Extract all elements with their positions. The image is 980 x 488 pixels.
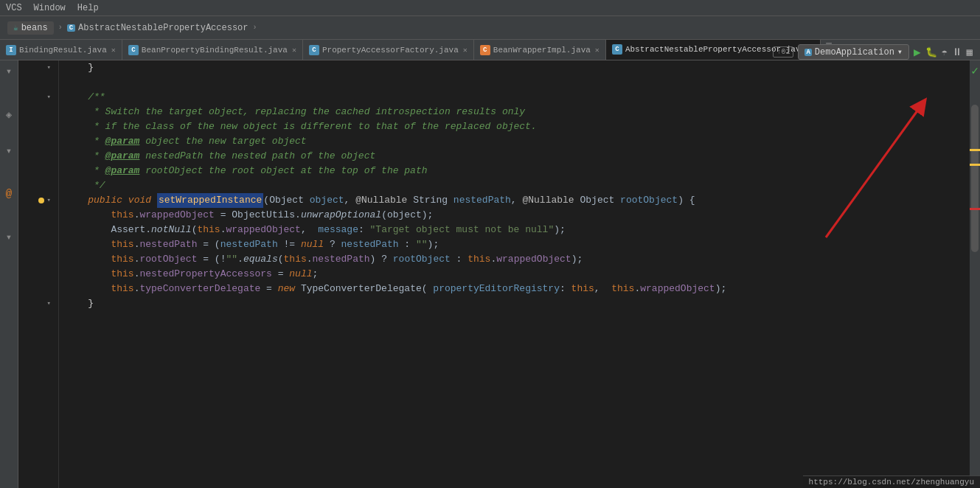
warning-marker: [38, 198, 44, 203]
layout-button[interactable]: ▦: [967, 46, 973, 58]
gutter-line-3: ▾: [21, 90, 55, 105]
gutter-line-9: [21, 178, 55, 193]
run-config-selector[interactable]: A DemoApplication ▾: [798, 44, 909, 60]
tab-property-accessor-factory[interactable]: C PropertyAccessorFactory.java ✕: [303, 40, 474, 60]
code-line-15: this . nestedPropertyAccessors = null ;: [65, 267, 970, 282]
gutter-line-14: [21, 252, 55, 267]
menu-vcs[interactable]: VCS: [6, 3, 22, 13]
gutter-line-2: [21, 75, 55, 90]
tab-bean-property[interactable]: C BeanPropertyBindingResult.java ✕: [122, 40, 303, 60]
scroll-thumb[interactable]: [971, 105, 979, 252]
profiler-button[interactable]: ⏸: [952, 46, 962, 58]
code-line-3: /**: [65, 90, 970, 105]
gutter-line-11: [21, 208, 55, 223]
tab-label-4: BeanWrapperImpl.java: [493, 46, 591, 55]
breadcrumb-sep2: ›: [253, 24, 257, 32]
tab-label-2: BeanPropertyBindingResult.java: [142, 46, 288, 55]
gutter-line-7: [21, 149, 55, 164]
gutter-line-6: [21, 134, 55, 149]
debug-button[interactable]: 🐛: [925, 46, 937, 58]
breadcrumb-project[interactable]: ☕ beans: [7, 21, 54, 35]
code-line-12: Assert . notNull ( this . wrappedObject …: [65, 223, 970, 237]
tab-label-3: PropertyAccessorFactory.java: [322, 46, 459, 55]
code-line-10: public void setWrappedInstance ( Object …: [65, 193, 970, 208]
gutter-line-16: [21, 282, 55, 296]
sidebar-marker-icon: @: [4, 187, 13, 201]
gutter-line-12: [21, 223, 55, 237]
coverage-button[interactable]: ☂: [942, 46, 948, 58]
tab-close-4[interactable]: ✕: [595, 46, 600, 55]
right-marker-1: [970, 149, 980, 151]
gutter-line-17: ▾: [21, 296, 55, 311]
scrollbar[interactable]: ✓: [970, 60, 980, 488]
right-marker-red-1: [970, 208, 980, 210]
tab-close-3[interactable]: ✕: [463, 46, 468, 55]
code-line-14: this . rootObject = (! "" . equals ( thi…: [65, 252, 970, 267]
tab-icon-2: C: [128, 45, 139, 55]
tab-icon-4: C: [480, 45, 490, 55]
url-label: https://blog.csdn.net/zhenghuangyu: [809, 478, 974, 487]
gutter-line-1: ▾: [21, 60, 55, 75]
git-indicator: ↑01: [773, 46, 793, 57]
tab-bean-wrapper-impl[interactable]: C BeanWrapperImpl.java ✕: [474, 40, 606, 60]
menu-help[interactable]: Help: [77, 3, 99, 13]
gutter-line-10: ▾: [21, 193, 55, 208]
breadcrumb-bar: ☕ beans › C AbstractNestablePropertyAcce…: [0, 16, 980, 40]
code-line-5: * if the class of the new object is diff…: [65, 119, 970, 134]
code-line-6: * @param object the new target object: [65, 134, 970, 149]
run-config-name: DemoApplication: [815, 47, 894, 57]
gutter-line-15: [21, 267, 55, 282]
breadcrumb-file-label: AbstractNestablePropertyAccessor: [78, 23, 248, 33]
tab-close-1[interactable]: ✕: [111, 46, 116, 55]
menu-bar: VCS Window Help: [0, 0, 980, 16]
tab-icon-3: C: [309, 45, 319, 55]
menu-window[interactable]: Window: [34, 3, 66, 13]
sidebar-fold-icon-3[interactable]: ▾: [4, 229, 13, 245]
breadcrumb-sep1: ›: [58, 24, 63, 32]
code-line-2: [65, 75, 970, 90]
gutter-line-8: [21, 164, 55, 178]
gutter-line-13: [21, 237, 55, 252]
code-line-7: * @param nestedPath the nested path of t…: [65, 149, 970, 164]
green-check-mark: ✓: [971, 63, 979, 78]
editor-code-area: } /** * Switch the target object, replac…: [59, 60, 970, 488]
line-number-gutter: ▾ ▾ ▾ ▾: [18, 60, 59, 488]
code-line-13: this . nestedPath = ( nestedPath != null…: [65, 237, 970, 252]
run-button[interactable]: ▶: [914, 45, 921, 60]
tab-close-2[interactable]: ✕: [292, 46, 296, 55]
code-line-17: }: [65, 296, 970, 311]
left-sidebar: ▾ ◈ ▾ @ ▾: [0, 60, 18, 488]
breadcrumb-project-label: beans: [21, 23, 48, 33]
code-line-16: this . typeConverterDelegate = new TypeC…: [65, 282, 970, 296]
tab-binding-result[interactable]: I BindingResult.java ✕: [0, 40, 122, 60]
code-line-9: */: [65, 178, 970, 193]
code-line-11: this . wrappedObject = ObjectUtils . unw…: [65, 208, 970, 223]
run-config-dropdown-icon: ▾: [897, 46, 903, 57]
right-marker-2: [970, 164, 980, 166]
tab-icon-5: C: [612, 44, 622, 55]
run-config-area: ↑01 A DemoApplication ▾ ▶ 🐛 ☂ ⏸ ▦: [773, 44, 973, 60]
code-line-8: * @param rootObject the root object at t…: [65, 164, 970, 178]
breadcrumb-file[interactable]: C AbstractNestablePropertyAccessor: [67, 23, 249, 33]
tab-icon-1: I: [6, 45, 16, 55]
sidebar-fold-icon-2[interactable]: ▾: [4, 143, 13, 158]
editor-container: ▾ ◈ ▾ @ ▾ ▾ ▾ ▾ ▾ }: [0, 60, 980, 488]
sidebar-fold-icon-1[interactable]: ▾: [4, 63, 13, 79]
sidebar-bookmark-icon[interactable]: ◈: [4, 107, 13, 122]
gutter-line-5: [21, 119, 55, 134]
gutter-line-4: [21, 105, 55, 119]
tab-label-1: BindingResult.java: [19, 46, 107, 55]
code-line-4: * Switch the target object, replacing th…: [65, 105, 970, 119]
code-line-1: }: [65, 60, 970, 75]
bottom-url-bar: https://blog.csdn.net/zhenghuangyu: [803, 475, 980, 488]
